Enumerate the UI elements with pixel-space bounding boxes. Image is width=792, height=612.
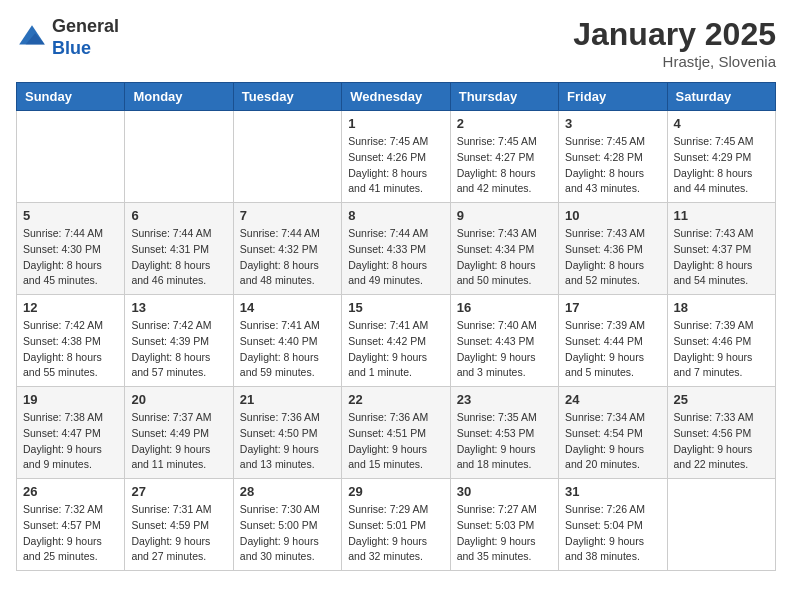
day-info: Sunrise: 7:44 AM Sunset: 4:30 PM Dayligh… — [23, 226, 118, 289]
day-number: 3 — [565, 116, 660, 131]
day-info: Sunrise: 7:29 AM Sunset: 5:01 PM Dayligh… — [348, 502, 443, 565]
week-row-3: 12Sunrise: 7:42 AM Sunset: 4:38 PM Dayli… — [17, 295, 776, 387]
calendar-cell: 25Sunrise: 7:33 AM Sunset: 4:56 PM Dayli… — [667, 387, 775, 479]
day-number: 5 — [23, 208, 118, 223]
logo-blue-text: Blue — [52, 38, 119, 60]
calendar-cell: 30Sunrise: 7:27 AM Sunset: 5:03 PM Dayli… — [450, 479, 558, 571]
calendar-cell: 22Sunrise: 7:36 AM Sunset: 4:51 PM Dayli… — [342, 387, 450, 479]
calendar-cell: 16Sunrise: 7:40 AM Sunset: 4:43 PM Dayli… — [450, 295, 558, 387]
day-info: Sunrise: 7:43 AM Sunset: 4:34 PM Dayligh… — [457, 226, 552, 289]
day-info: Sunrise: 7:35 AM Sunset: 4:53 PM Dayligh… — [457, 410, 552, 473]
weekday-header-sunday: Sunday — [17, 83, 125, 111]
day-info: Sunrise: 7:44 AM Sunset: 4:33 PM Dayligh… — [348, 226, 443, 289]
day-number: 12 — [23, 300, 118, 315]
day-info: Sunrise: 7:27 AM Sunset: 5:03 PM Dayligh… — [457, 502, 552, 565]
calendar-cell: 17Sunrise: 7:39 AM Sunset: 4:44 PM Dayli… — [559, 295, 667, 387]
weekday-header-wednesday: Wednesday — [342, 83, 450, 111]
title-area: January 2025 Hrastje, Slovenia — [573, 16, 776, 70]
day-info: Sunrise: 7:44 AM Sunset: 4:31 PM Dayligh… — [131, 226, 226, 289]
day-info: Sunrise: 7:37 AM Sunset: 4:49 PM Dayligh… — [131, 410, 226, 473]
day-number: 27 — [131, 484, 226, 499]
day-number: 20 — [131, 392, 226, 407]
day-number: 14 — [240, 300, 335, 315]
day-info: Sunrise: 7:45 AM Sunset: 4:29 PM Dayligh… — [674, 134, 769, 197]
calendar-cell: 10Sunrise: 7:43 AM Sunset: 4:36 PM Dayli… — [559, 203, 667, 295]
calendar-cell: 7Sunrise: 7:44 AM Sunset: 4:32 PM Daylig… — [233, 203, 341, 295]
day-info: Sunrise: 7:41 AM Sunset: 4:42 PM Dayligh… — [348, 318, 443, 381]
calendar-cell: 20Sunrise: 7:37 AM Sunset: 4:49 PM Dayli… — [125, 387, 233, 479]
calendar-cell: 26Sunrise: 7:32 AM Sunset: 4:57 PM Dayli… — [17, 479, 125, 571]
calendar-cell: 19Sunrise: 7:38 AM Sunset: 4:47 PM Dayli… — [17, 387, 125, 479]
day-info: Sunrise: 7:45 AM Sunset: 4:26 PM Dayligh… — [348, 134, 443, 197]
week-row-1: 1Sunrise: 7:45 AM Sunset: 4:26 PM Daylig… — [17, 111, 776, 203]
day-number: 16 — [457, 300, 552, 315]
calendar-cell: 6Sunrise: 7:44 AM Sunset: 4:31 PM Daylig… — [125, 203, 233, 295]
day-info: Sunrise: 7:45 AM Sunset: 4:28 PM Dayligh… — [565, 134, 660, 197]
day-number: 8 — [348, 208, 443, 223]
calendar-cell: 27Sunrise: 7:31 AM Sunset: 4:59 PM Dayli… — [125, 479, 233, 571]
weekday-header-row: SundayMondayTuesdayWednesdayThursdayFrid… — [17, 83, 776, 111]
day-number: 19 — [23, 392, 118, 407]
calendar-cell — [233, 111, 341, 203]
logo-icon — [16, 22, 48, 54]
day-number: 30 — [457, 484, 552, 499]
calendar-table: SundayMondayTuesdayWednesdayThursdayFrid… — [16, 82, 776, 571]
day-number: 24 — [565, 392, 660, 407]
day-info: Sunrise: 7:36 AM Sunset: 4:51 PM Dayligh… — [348, 410, 443, 473]
day-info: Sunrise: 7:44 AM Sunset: 4:32 PM Dayligh… — [240, 226, 335, 289]
calendar-cell: 2Sunrise: 7:45 AM Sunset: 4:27 PM Daylig… — [450, 111, 558, 203]
day-info: Sunrise: 7:43 AM Sunset: 4:37 PM Dayligh… — [674, 226, 769, 289]
day-info: Sunrise: 7:42 AM Sunset: 4:39 PM Dayligh… — [131, 318, 226, 381]
calendar-cell: 24Sunrise: 7:34 AM Sunset: 4:54 PM Dayli… — [559, 387, 667, 479]
day-info: Sunrise: 7:40 AM Sunset: 4:43 PM Dayligh… — [457, 318, 552, 381]
month-title: January 2025 — [573, 16, 776, 53]
day-info: Sunrise: 7:33 AM Sunset: 4:56 PM Dayligh… — [674, 410, 769, 473]
week-row-5: 26Sunrise: 7:32 AM Sunset: 4:57 PM Dayli… — [17, 479, 776, 571]
day-number: 10 — [565, 208, 660, 223]
day-number: 28 — [240, 484, 335, 499]
calendar-cell: 13Sunrise: 7:42 AM Sunset: 4:39 PM Dayli… — [125, 295, 233, 387]
day-number: 15 — [348, 300, 443, 315]
calendar-cell: 18Sunrise: 7:39 AM Sunset: 4:46 PM Dayli… — [667, 295, 775, 387]
calendar-cell: 9Sunrise: 7:43 AM Sunset: 4:34 PM Daylig… — [450, 203, 558, 295]
day-number: 4 — [674, 116, 769, 131]
day-number: 25 — [674, 392, 769, 407]
week-row-4: 19Sunrise: 7:38 AM Sunset: 4:47 PM Dayli… — [17, 387, 776, 479]
day-info: Sunrise: 7:34 AM Sunset: 4:54 PM Dayligh… — [565, 410, 660, 473]
logo: General Blue — [16, 16, 119, 59]
calendar-cell: 1Sunrise: 7:45 AM Sunset: 4:26 PM Daylig… — [342, 111, 450, 203]
day-number: 7 — [240, 208, 335, 223]
calendar-cell: 15Sunrise: 7:41 AM Sunset: 4:42 PM Dayli… — [342, 295, 450, 387]
day-number: 11 — [674, 208, 769, 223]
day-info: Sunrise: 7:31 AM Sunset: 4:59 PM Dayligh… — [131, 502, 226, 565]
weekday-header-monday: Monday — [125, 83, 233, 111]
day-info: Sunrise: 7:45 AM Sunset: 4:27 PM Dayligh… — [457, 134, 552, 197]
day-info: Sunrise: 7:39 AM Sunset: 4:44 PM Dayligh… — [565, 318, 660, 381]
day-number: 31 — [565, 484, 660, 499]
day-number: 2 — [457, 116, 552, 131]
location-label: Hrastje, Slovenia — [573, 53, 776, 70]
weekday-header-saturday: Saturday — [667, 83, 775, 111]
day-number: 9 — [457, 208, 552, 223]
calendar-cell: 29Sunrise: 7:29 AM Sunset: 5:01 PM Dayli… — [342, 479, 450, 571]
day-number: 13 — [131, 300, 226, 315]
weekday-header-friday: Friday — [559, 83, 667, 111]
weekday-header-thursday: Thursday — [450, 83, 558, 111]
week-row-2: 5Sunrise: 7:44 AM Sunset: 4:30 PM Daylig… — [17, 203, 776, 295]
day-number: 26 — [23, 484, 118, 499]
calendar-cell — [125, 111, 233, 203]
day-info: Sunrise: 7:26 AM Sunset: 5:04 PM Dayligh… — [565, 502, 660, 565]
weekday-header-tuesday: Tuesday — [233, 83, 341, 111]
day-info: Sunrise: 7:39 AM Sunset: 4:46 PM Dayligh… — [674, 318, 769, 381]
calendar-cell: 23Sunrise: 7:35 AM Sunset: 4:53 PM Dayli… — [450, 387, 558, 479]
day-info: Sunrise: 7:36 AM Sunset: 4:50 PM Dayligh… — [240, 410, 335, 473]
day-number: 6 — [131, 208, 226, 223]
calendar-cell — [667, 479, 775, 571]
day-number: 23 — [457, 392, 552, 407]
day-number: 1 — [348, 116, 443, 131]
calendar-cell: 11Sunrise: 7:43 AM Sunset: 4:37 PM Dayli… — [667, 203, 775, 295]
day-info: Sunrise: 7:32 AM Sunset: 4:57 PM Dayligh… — [23, 502, 118, 565]
day-info: Sunrise: 7:43 AM Sunset: 4:36 PM Dayligh… — [565, 226, 660, 289]
calendar-cell: 8Sunrise: 7:44 AM Sunset: 4:33 PM Daylig… — [342, 203, 450, 295]
calendar-cell: 4Sunrise: 7:45 AM Sunset: 4:29 PM Daylig… — [667, 111, 775, 203]
